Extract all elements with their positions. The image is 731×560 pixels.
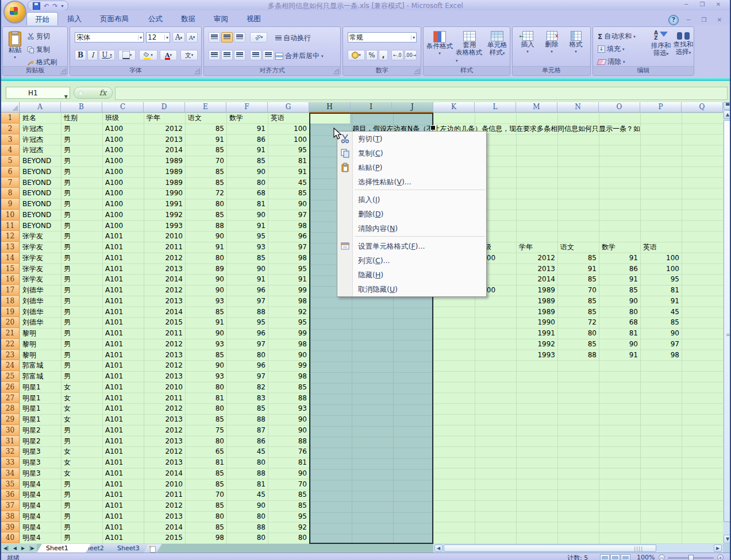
cell-B28[interactable]: 女 (61, 403, 102, 414)
cell-E2[interactable]: 85 (186, 123, 226, 134)
merge-center-button[interactable]: 合并后居中▾ (275, 51, 324, 61)
cell-F36[interactable]: 45 (227, 489, 268, 500)
context-menu-item[interactable]: 清除内容(N) (337, 221, 486, 235)
column-header-M[interactable]: M (516, 102, 557, 113)
row-header-28[interactable]: 28 (1, 403, 20, 414)
cell-G11[interactable]: 98 (268, 221, 309, 231)
cell-D17[interactable]: 2012 (144, 285, 185, 296)
cell-C1[interactable]: 班级 (103, 113, 144, 123)
cell-F34[interactable]: 88 (227, 468, 268, 479)
cell-G38[interactable]: 95 (268, 511, 309, 522)
cell-M14[interactable]: 2012 (517, 253, 557, 264)
comma-button[interactable]: , (379, 50, 388, 60)
cell-B23[interactable]: 男 (61, 350, 102, 361)
cell-E14[interactable]: 80 (186, 253, 226, 264)
cell-G2[interactable]: 100 (268, 123, 309, 134)
cell-B16[interactable]: 男 (61, 274, 102, 285)
scroll-down-icon[interactable]: ▼ (724, 535, 731, 543)
cell-G23[interactable]: 90 (268, 350, 309, 361)
cell-D28[interactable]: 2012 (144, 403, 185, 414)
cell-B19[interactable]: 男 (61, 307, 102, 318)
grow-font-button[interactable]: A▴ (172, 32, 185, 43)
cell-F24[interactable]: 96 (227, 360, 268, 371)
cell-C7[interactable]: A100 (103, 177, 144, 188)
cell-F19[interactable]: 88 (227, 307, 268, 318)
cell-E33[interactable]: 81 (186, 457, 226, 468)
cell-A27[interactable]: 明星1 (20, 393, 61, 404)
cell-B7[interactable]: 男 (61, 177, 102, 188)
column-header-D[interactable]: D (144, 102, 185, 113)
cell-F7[interactable]: 80 (227, 177, 268, 188)
column-header-G[interactable]: G (268, 102, 309, 113)
column-header-H[interactable]: H (309, 102, 351, 113)
cell-B25[interactable]: 男 (61, 371, 102, 382)
cell-M18[interactable]: 1989 (517, 296, 557, 307)
cell-C19[interactable]: A101 (103, 307, 144, 318)
bold-button[interactable]: B (75, 50, 86, 60)
cell-F17[interactable]: 96 (227, 285, 268, 296)
cell-G7[interactable]: 45 (268, 177, 309, 188)
cell-C16[interactable]: A101 (103, 274, 144, 285)
cell-B8[interactable]: 男 (61, 188, 102, 199)
vertical-scrollbar[interactable]: ▀ ▲ ≡ ▼ (723, 102, 731, 544)
row-header-23[interactable]: 23 (1, 350, 20, 361)
cell-D13[interactable]: 2011 (144, 242, 185, 253)
cell-G19[interactable]: 92 (268, 307, 309, 318)
context-menu-item[interactable]: 复制(C) (337, 146, 486, 160)
cell-E16[interactable]: 90 (186, 274, 226, 285)
cell-E36[interactable]: 70 (186, 489, 226, 500)
minimize-button[interactable]: ─ (680, 1, 692, 8)
fill-handle[interactable] (430, 125, 436, 130)
cell-A1[interactable]: 姓名 (20, 113, 61, 123)
redo-icon[interactable]: ↷ (52, 3, 57, 9)
cell-E8[interactable]: 72 (186, 188, 226, 199)
cell-C22[interactable]: A101 (103, 339, 144, 350)
cell-D23[interactable]: 2013 (144, 350, 185, 361)
cell-D20[interactable]: 2015 (144, 317, 185, 328)
cell-A17[interactable]: 刘德华 (20, 285, 61, 296)
cell-E15[interactable]: 89 (186, 264, 226, 275)
column-header-K[interactable]: K (433, 102, 475, 113)
cell-O13[interactable]: 数学 (599, 242, 640, 253)
cell-P21[interactable]: 90 (641, 328, 682, 339)
cell-B36[interactable]: 男 (61, 489, 102, 500)
cell-A15[interactable]: 张学友 (20, 264, 61, 275)
cell-B35[interactable]: 男 (61, 479, 102, 490)
ribbon-tab-3[interactable]: 页面布局 (92, 12, 137, 25)
cell-A21[interactable]: 黎明 (20, 328, 61, 339)
ribbon-tab-2[interactable]: 插入 (59, 12, 90, 25)
cell-C11[interactable]: A100 (103, 221, 144, 231)
row-header-30[interactable]: 30 (1, 425, 20, 436)
cell-C6[interactable]: A100 (103, 167, 144, 177)
cell-N13[interactable]: 语文 (558, 242, 599, 253)
align-bottom-button[interactable] (234, 32, 245, 43)
cell-G29[interactable]: 90 (268, 414, 309, 425)
cell-E13[interactable]: 91 (186, 242, 226, 253)
cell-N22[interactable]: 85 (558, 339, 599, 350)
cell-A11[interactable]: BEYOND (20, 221, 61, 231)
cell-F1[interactable]: 数学 (227, 113, 268, 123)
ribbon-tab-5[interactable]: 数据 (173, 12, 203, 25)
cell-B18[interactable]: 男 (61, 296, 102, 307)
decrease-indent-button[interactable] (250, 50, 261, 60)
cell-B6[interactable]: 男 (61, 167, 102, 177)
font-name-combo[interactable]: 宋体▾ (75, 32, 144, 43)
cell-E17[interactable]: 90 (186, 285, 226, 296)
cell-D38[interactable]: 2013 (144, 511, 185, 522)
cell-B39[interactable]: 男 (61, 522, 102, 533)
cell-G28[interactable]: 93 (268, 403, 309, 414)
clear-button[interactable]: 清除▾ (598, 57, 625, 67)
cell-C3[interactable]: A100 (103, 134, 144, 145)
column-header-C[interactable]: C (102, 102, 144, 113)
row-header-40[interactable]: 40 (1, 532, 20, 543)
cell-N20[interactable]: 72 (558, 317, 599, 328)
prev-sheet-icon[interactable]: ◀ (13, 546, 17, 551)
cell-C40[interactable]: A101 (103, 532, 144, 543)
cell-E7[interactable]: 85 (186, 177, 226, 188)
cell-P13[interactable]: 英语 (641, 242, 682, 253)
cell-E34[interactable]: 85 (186, 468, 226, 479)
cell-C2[interactable]: A100 (103, 123, 144, 134)
cell-D36[interactable]: 2011 (144, 489, 185, 500)
cell-E38[interactable]: 80 (186, 511, 226, 522)
cell-G5[interactable]: 81 (268, 156, 309, 167)
